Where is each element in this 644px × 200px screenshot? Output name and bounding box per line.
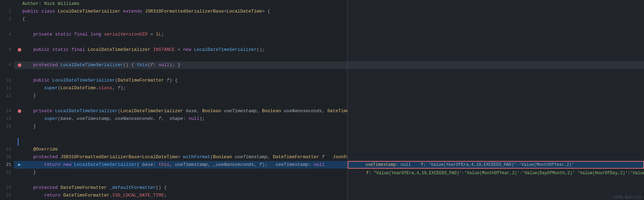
line-num-20: 20 bbox=[0, 153, 11, 161]
comma-15c: , bbox=[153, 115, 159, 123]
type-dtf-20: DateTimeFormatter bbox=[273, 153, 319, 161]
param-uns-21: _useNanoseconds bbox=[213, 161, 254, 169]
line-num-2: 2 bbox=[0, 15, 11, 23]
breakpoint-6[interactable] bbox=[18, 48, 21, 52]
split-colon-21: : bbox=[369, 171, 373, 176]
base-class: JSR310FormattedSerializerBase bbox=[145, 8, 224, 15]
close-brace-16: } bbox=[33, 123, 36, 130]
indent-6 bbox=[22, 46, 33, 54]
fn-ldts-8: LocalDateTimeSerializer bbox=[60, 61, 123, 69]
param-uts-20: useTimestamp bbox=[235, 153, 268, 161]
kw-static-4: static bbox=[55, 31, 74, 38]
line-num-25: 25 bbox=[0, 192, 11, 199]
generic-bracket-l: < bbox=[224, 8, 227, 15]
space-14 bbox=[183, 107, 186, 115]
split-blank-2 bbox=[348, 15, 644, 23]
indent-4 bbox=[22, 31, 33, 38]
indent-8 bbox=[22, 61, 33, 69]
type-dtf-25: DateTimeFormatter bbox=[63, 192, 110, 199]
generic-r-20: > bbox=[178, 153, 183, 161]
generic-type: LocalDateTime bbox=[227, 8, 262, 15]
param-uns-15: useNanoseconds bbox=[115, 115, 153, 123]
split-blank-5 bbox=[348, 38, 644, 46]
param-base-14: base bbox=[186, 107, 197, 115]
split-blank-3 bbox=[348, 23, 644, 31]
comma-15b: , bbox=[110, 115, 115, 123]
line-num-4: 4 bbox=[0, 31, 11, 38]
param-uts-21: useTimestamp bbox=[175, 161, 208, 169]
split-overlay: useTimestamp: null f: 'Value(YearOfEra,4… bbox=[347, 0, 644, 200]
watermark-text: CSDN @worlib bbox=[614, 195, 641, 199]
fn-ldts-10: LocalDateTimeSerializer bbox=[52, 77, 115, 84]
line-num-11: 11 bbox=[0, 84, 11, 92]
indent-10 bbox=[22, 77, 33, 84]
var-iso-25: ISO_LOCAL_DATE_TIME bbox=[112, 192, 164, 199]
line-num-15: 15 bbox=[0, 115, 11, 123]
var-svuid: serialVersionUID bbox=[104, 31, 148, 38]
bottom-watermark: CSDN @worlib bbox=[611, 194, 644, 200]
fn-this-8: this bbox=[137, 61, 148, 69]
param-f-8: f bbox=[150, 61, 153, 69]
split-colon-20: : null bbox=[396, 162, 421, 167]
kw-static-6: static bbox=[52, 46, 72, 54]
paren-close-10: ) { bbox=[169, 77, 177, 84]
parens-24: () { bbox=[156, 184, 166, 192]
fn-default-24: _defaultFormatter bbox=[110, 184, 156, 192]
line-num-1: 1 bbox=[0, 8, 11, 15]
this-paren-8: ( bbox=[148, 61, 150, 69]
indent-25 bbox=[22, 192, 44, 199]
line-num-10: 10 bbox=[0, 77, 11, 84]
space-20a bbox=[232, 153, 235, 161]
split-blank-10 bbox=[348, 77, 644, 84]
kw-null-15: null bbox=[188, 115, 199, 123]
debug-uts-21: useTimestamp bbox=[276, 161, 309, 169]
split-blank-23 bbox=[348, 176, 644, 184]
comma-21a: , bbox=[169, 161, 175, 169]
type-dtf-10: DateTimeFormatter bbox=[118, 77, 164, 84]
parens-8: () { bbox=[123, 61, 137, 69]
split-blank-16 bbox=[348, 123, 644, 130]
space-14a bbox=[221, 107, 224, 115]
indent-15 bbox=[22, 115, 44, 123]
split-blank-11 bbox=[348, 84, 644, 92]
close-brace-12: } bbox=[33, 92, 36, 100]
line-num-9 bbox=[0, 69, 11, 77]
paren-open-10: ( bbox=[115, 77, 118, 84]
line-num-13 bbox=[0, 100, 11, 107]
parens-6: (); bbox=[257, 46, 265, 54]
kw-protected-24: protected bbox=[33, 184, 60, 192]
line-num-12: 12 bbox=[0, 92, 11, 100]
shape-label: shape bbox=[169, 115, 183, 123]
split-blank-7 bbox=[348, 54, 644, 61]
param-f-20: f bbox=[322, 153, 325, 161]
line-num-21: 21 bbox=[0, 161, 11, 169]
split-blank-15 bbox=[348, 115, 644, 123]
breakpoint-14[interactable] bbox=[18, 109, 21, 113]
param-uts-14: useTimestamp bbox=[224, 107, 257, 115]
line-num-18 bbox=[0, 138, 11, 146]
split-line-8 bbox=[348, 61, 644, 69]
param-base-21: base bbox=[140, 161, 153, 169]
type-bool-20: Boolean bbox=[213, 153, 232, 161]
paren-20: ( bbox=[210, 153, 213, 161]
kw-private-4: private bbox=[33, 31, 55, 38]
split-blank-6 bbox=[348, 46, 644, 54]
split-blank-17 bbox=[348, 130, 644, 138]
param-uts-15: useTimestamp bbox=[77, 115, 110, 123]
line-num-16: 16 bbox=[0, 123, 11, 130]
indent-11 bbox=[22, 84, 44, 92]
indent-24 bbox=[22, 184, 33, 192]
kw-this-21: this bbox=[158, 161, 169, 169]
indicator-8 bbox=[17, 63, 22, 67]
split-line-20: useTimestamp: null f: 'Value(YearOfEra,4… bbox=[348, 153, 644, 161]
split-blank-1 bbox=[348, 8, 644, 15]
breakpoint-8[interactable] bbox=[18, 63, 21, 67]
split-label-uts: useTimestamp bbox=[365, 162, 395, 167]
type-ldt-11: LocalDateTime bbox=[60, 84, 96, 92]
colon-21: : bbox=[153, 161, 159, 169]
dot-11: . bbox=[96, 84, 99, 92]
split-blank-19 bbox=[348, 146, 644, 153]
indent-20 bbox=[22, 153, 33, 161]
kw-long-4: long bbox=[90, 31, 104, 38]
space-20b bbox=[319, 153, 322, 161]
